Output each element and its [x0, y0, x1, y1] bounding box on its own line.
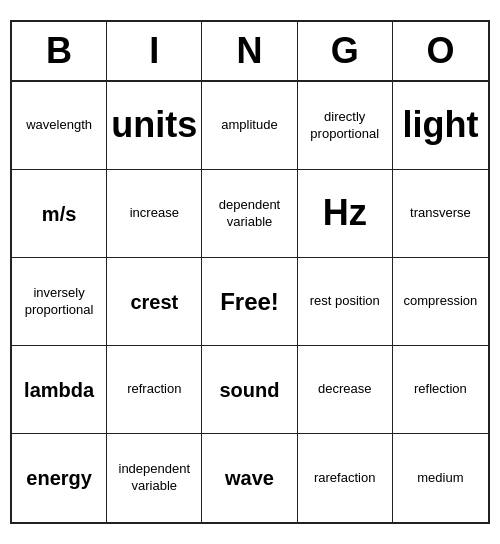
- cell-text: wavelength: [26, 117, 92, 134]
- bingo-cell: lambda: [12, 346, 107, 434]
- bingo-card: BINGO wavelengthunitsamplitudedirectly p…: [10, 20, 490, 524]
- bingo-cell: Free!: [202, 258, 297, 346]
- cell-text: amplitude: [221, 117, 277, 134]
- bingo-cell: inversely proportional: [12, 258, 107, 346]
- bingo-cell: independent variable: [107, 434, 202, 522]
- header-letter: B: [12, 22, 107, 80]
- cell-text: medium: [417, 470, 463, 487]
- cell-text: Hz: [323, 190, 367, 237]
- bingo-grid: wavelengthunitsamplitudedirectly proport…: [12, 82, 488, 522]
- bingo-cell: crest: [107, 258, 202, 346]
- bingo-cell: m/s: [12, 170, 107, 258]
- header-letter: G: [298, 22, 393, 80]
- bingo-cell: dependent variable: [202, 170, 297, 258]
- cell-text: m/s: [42, 201, 76, 227]
- cell-text: wave: [225, 465, 274, 491]
- bingo-cell: rarefaction: [298, 434, 393, 522]
- header-letter: I: [107, 22, 202, 80]
- bingo-cell: medium: [393, 434, 488, 522]
- bingo-header: BINGO: [12, 22, 488, 82]
- cell-text: crest: [130, 289, 178, 315]
- cell-text: units: [111, 102, 197, 149]
- cell-text: reflection: [414, 381, 467, 398]
- cell-text: directly proportional: [302, 109, 388, 143]
- bingo-cell: increase: [107, 170, 202, 258]
- cell-text: dependent variable: [206, 197, 292, 231]
- bingo-cell: decrease: [298, 346, 393, 434]
- bingo-cell: rest position: [298, 258, 393, 346]
- bingo-cell: amplitude: [202, 82, 297, 170]
- bingo-cell: refraction: [107, 346, 202, 434]
- cell-text: decrease: [318, 381, 371, 398]
- cell-text: light: [402, 102, 478, 149]
- bingo-cell: light: [393, 82, 488, 170]
- cell-text: rarefaction: [314, 470, 375, 487]
- cell-text: energy: [26, 465, 92, 491]
- bingo-cell: units: [107, 82, 202, 170]
- header-letter: O: [393, 22, 488, 80]
- header-letter: N: [202, 22, 297, 80]
- bingo-cell: energy: [12, 434, 107, 522]
- cell-text: compression: [404, 293, 478, 310]
- bingo-cell: directly proportional: [298, 82, 393, 170]
- cell-text: rest position: [310, 293, 380, 310]
- bingo-cell: wavelength: [12, 82, 107, 170]
- cell-text: lambda: [24, 377, 94, 403]
- bingo-cell: transverse: [393, 170, 488, 258]
- cell-text: independent variable: [111, 461, 197, 495]
- bingo-cell: sound: [202, 346, 297, 434]
- bingo-cell: compression: [393, 258, 488, 346]
- bingo-cell: reflection: [393, 346, 488, 434]
- cell-text: inversely proportional: [16, 285, 102, 319]
- cell-text: sound: [219, 377, 279, 403]
- cell-text: Free!: [220, 286, 279, 317]
- cell-text: transverse: [410, 205, 471, 222]
- cell-text: refraction: [127, 381, 181, 398]
- bingo-cell: wave: [202, 434, 297, 522]
- cell-text: increase: [130, 205, 179, 222]
- bingo-cell: Hz: [298, 170, 393, 258]
